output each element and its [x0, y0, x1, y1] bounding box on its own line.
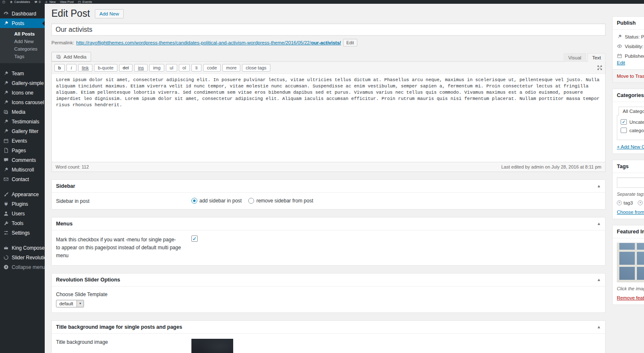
quicktag-close-tags-button[interactable]: close tags — [242, 64, 270, 72]
post-title-input[interactable] — [51, 23, 606, 36]
permalink-label: Permalink: — [51, 40, 74, 45]
fullscreen-icon[interactable] — [597, 65, 603, 71]
add-media-button[interactable]: Add Media — [51, 52, 91, 61]
sidebar-item-team[interactable]: Team — [0, 69, 45, 78]
quicktag-code-button[interactable]: code — [203, 64, 221, 72]
status-pin-icon — [617, 34, 622, 39]
move-to-trash-link[interactable]: Move to Trash — [617, 74, 644, 79]
quicktag-ul-button[interactable]: ul — [166, 64, 177, 72]
wordpress-logo-icon[interactable] — [2, 0, 5, 4]
post-editor: b i link b-quote del ins img ul ol li co… — [51, 61, 606, 172]
quicktag-del-button[interactable]: del — [119, 64, 133, 72]
admin-bar-site-name[interactable]: Candidates — [10, 0, 30, 4]
single-page-menu-checkbox[interactable]: ✓ — [191, 235, 198, 242]
tags-box-title: Tags — [617, 164, 629, 169]
admin-bar-comments[interactable]: 0 — [34, 0, 41, 4]
pin-icon — [3, 90, 9, 95]
metabox-title-background: Title background image for single posts … — [51, 320, 606, 353]
permalink-edit-button[interactable]: Edit — [343, 39, 357, 46]
sidebar-item-media[interactable]: Media — [0, 107, 45, 117]
quicktag-ins-button[interactable]: ins — [134, 64, 148, 72]
dashboard-icon — [3, 11, 9, 16]
permalink-link[interactable]: http://rayoflightthemes.com/wordpress-th… — [76, 40, 341, 45]
pin-icon — [3, 20, 9, 26]
featured-image-thumbnail[interactable] — [617, 243, 644, 282]
remove-featured-image-link[interactable]: Remove featured — [617, 295, 644, 300]
sidebar-item-gallery-filter[interactable]: Gallery filter — [0, 126, 45, 136]
sidebar-item-icons-carousel-two[interactable]: Icons carousel two — [0, 97, 45, 107]
quicktag-more-button[interactable]: more — [222, 64, 240, 72]
quicktag-link-button[interactable]: link — [78, 64, 93, 72]
brush-icon — [3, 192, 9, 197]
collapse-toggle-icon[interactable]: ▲ — [597, 325, 601, 329]
pin-icon — [3, 71, 9, 76]
remove-tag-icon[interactable]: ✕ — [617, 200, 622, 205]
sidebar-item-tools[interactable]: Tools — [0, 218, 45, 228]
publish-box-title: Publish — [617, 20, 636, 26]
publish-edit-link[interactable]: Edit — [617, 60, 625, 65]
add-new-button[interactable]: Add New — [95, 9, 124, 18]
quicktag-bold-button[interactable]: b — [54, 64, 65, 72]
quicktag-li-button[interactable]: li — [191, 64, 201, 72]
sidebar-item-dashboard[interactable]: Dashboard — [0, 9, 45, 18]
quicktag-ol-button[interactable]: ol — [179, 64, 190, 72]
sidebar-item-slider-revolution[interactable]: Slider Revolution — [0, 253, 45, 262]
title-background-image-thumbnail[interactable] — [191, 339, 233, 353]
tag-chip: ✕ tag4 — [638, 200, 644, 205]
metabox-title: Title background image for single posts … — [56, 324, 182, 330]
collapse-toggle-icon[interactable]: ▲ — [597, 278, 601, 282]
plus-icon — [45, 0, 48, 4]
submenu-item-add-new[interactable]: Add New — [0, 38, 45, 45]
metabox-title: Sidebar — [56, 183, 75, 189]
tab-visual[interactable]: Visual — [564, 53, 586, 62]
media-icon — [3, 109, 9, 115]
admin-bar-view-post[interactable]: View Post — [60, 0, 74, 4]
sidebar-item-settings[interactable]: Settings — [0, 228, 45, 238]
quicktag-italic-button[interactable]: i — [66, 64, 76, 72]
sidebar-item-events[interactable]: Events — [0, 136, 45, 146]
sidebar-item-posts[interactable]: Posts — [0, 18, 45, 28]
sidebar-item-users[interactable]: Users — [0, 209, 45, 218]
sidebar-item-plugins[interactable]: Plugins — [0, 199, 45, 209]
category-item-category1[interactable]: ✓ category1 — [621, 128, 644, 133]
radio-unselected-icon — [248, 198, 254, 204]
publish-box: Publish Status: Publis Visibility: Pub P… — [612, 16, 644, 83]
sidebar-item-king-composer[interactable]: King Composer — [0, 243, 45, 253]
submenu-item-all-posts[interactable]: All Posts — [0, 30, 45, 38]
editor-mode-tabs: Visual Text — [562, 53, 606, 61]
admin-bar-new[interactable]: New — [45, 0, 56, 4]
menu-separator — [0, 63, 45, 69]
collapse-toggle-icon[interactable]: ▲ — [597, 222, 601, 226]
collapse-arrow-icon — [3, 264, 9, 270]
calendar-icon — [78, 0, 81, 4]
posts-submenu: All Posts Add New Categories Tags — [0, 28, 45, 63]
post-content-editor[interactable]: Lorem ipsum dolor sit amet, consectetur … — [52, 74, 605, 162]
radio-add-sidebar[interactable]: add sidebar in post — [191, 198, 242, 204]
quicktag-blockquote-button[interactable]: b-quote — [94, 64, 117, 72]
sidebar-item-testimonials[interactable]: Testimonials — [0, 117, 45, 126]
tab-all-categories[interactable]: All Categories — [619, 107, 644, 115]
slide-template-select[interactable]: default ▼ — [56, 300, 84, 307]
submenu-item-tags[interactable]: Tags — [0, 53, 45, 60]
sidebar-item-pages[interactable]: Pages — [0, 146, 45, 155]
remove-tag-icon[interactable]: ✕ — [638, 200, 643, 205]
tags-input[interactable] — [617, 177, 644, 188]
sidebar-item-appearance[interactable]: Appearance — [0, 189, 45, 199]
radio-remove-sidebar[interactable]: remove sidebar from post — [248, 198, 313, 204]
sidebar-item-multiscroll[interactable]: Multiscroll — [0, 165, 45, 174]
sidebar-item-icons-one[interactable]: Icons one — [0, 88, 45, 97]
sidebar-item-collapse-menu[interactable]: Collapse menu — [0, 262, 45, 272]
choose-from-most-used-link[interactable]: Choose from the — [617, 210, 644, 215]
submenu-item-categories[interactable]: Categories — [0, 45, 45, 53]
tab-text[interactable]: Text — [588, 53, 606, 62]
collapse-toggle-icon[interactable]: ▲ — [597, 184, 601, 188]
sidebar-item-comments[interactable]: Comments — [0, 155, 45, 165]
admin-bar-events[interactable]: Events — [78, 0, 92, 4]
add-new-category-link[interactable]: + Add New Categ — [617, 144, 644, 149]
sidebar-item-gallery-simple[interactable]: Gallery-simple — [0, 78, 45, 88]
category-item-uncategorized[interactable]: ✓ Uncategor — [621, 119, 644, 125]
published-row: Published on — [617, 53, 644, 59]
quicktag-img-button[interactable]: img — [149, 64, 164, 72]
sidebar-item-contact[interactable]: Contact — [0, 174, 45, 184]
crown-icon — [3, 245, 9, 251]
